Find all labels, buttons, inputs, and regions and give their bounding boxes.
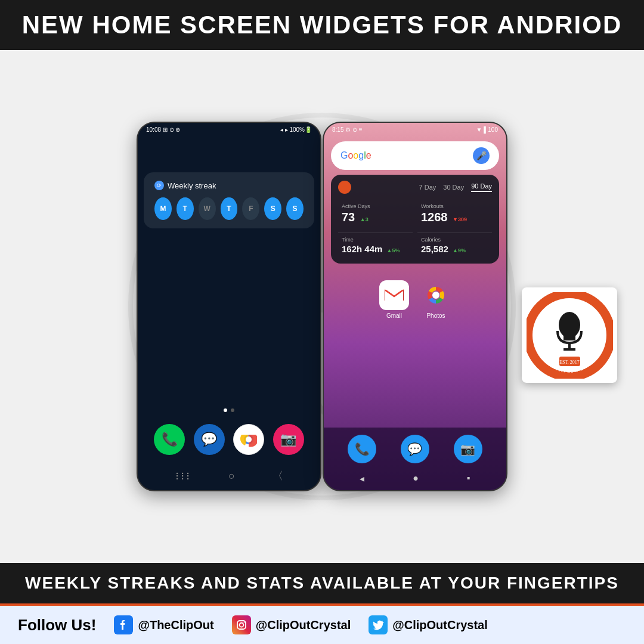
tab-7day[interactable]: 7 Day xyxy=(419,184,436,191)
nav-menu[interactable]: ⫶⫶⫶ xyxy=(175,470,191,482)
google-search-bar[interactable]: Google 🎤 xyxy=(331,141,499,170)
stat-active-days: Active Days 73 ▲3 xyxy=(338,200,413,228)
svg-point-19 xyxy=(243,622,244,623)
right-nav-square[interactable]: ▪ xyxy=(467,473,470,484)
svg-point-9 xyxy=(559,312,580,338)
right-apps-row: Gmail xyxy=(324,268,506,325)
right-bottom-dock: 📞 💬 📷 ◂ ● ▪ xyxy=(324,428,506,490)
widget-tabs: 7 Day 30 Day 90 Day xyxy=(338,181,492,194)
day-S1: S xyxy=(264,197,281,220)
svg-point-2 xyxy=(246,436,252,442)
right-nav-back[interactable]: ◂ xyxy=(360,473,364,484)
nav-bar-left: ⫶⫶⫶ ○ 〈 xyxy=(138,464,320,490)
rdock-messages[interactable]: 💬 xyxy=(401,435,429,463)
status-bar-right: 8:15 ⚙ ⊙ ≡ ▼ ▌100 xyxy=(324,123,506,137)
follow-us-label: Follow Us! xyxy=(18,616,96,634)
battery-left: ◂ ▸ 100%🔋 xyxy=(280,126,312,133)
day-S2: S xyxy=(286,197,304,220)
stats-grid: Active Days 73 ▲3 Workouts 1268 ▼309 Tim… xyxy=(338,200,492,258)
svg-rect-10 xyxy=(564,336,575,340)
gmail-icon xyxy=(379,280,409,310)
streak-title-text: Weekly streak xyxy=(168,181,216,190)
instagram-icon xyxy=(232,615,251,634)
app-phone[interactable]: 📞 xyxy=(154,424,185,455)
stat-label-active: Active Days xyxy=(342,203,409,209)
stat-time: Time 162h 44m ▲5% xyxy=(338,233,413,258)
stat-change-workouts: ▼309 xyxy=(453,216,467,222)
phone-left: 10:08 ⊞ ⊙ ⊕ ◂ ▸ 100%🔋 ⟳ Weekly streak M … xyxy=(137,122,321,491)
social-facebook: @TheClipOut xyxy=(114,615,213,634)
stat-label-time: Time xyxy=(342,237,409,243)
app-gmail[interactable]: Gmail xyxy=(379,280,409,319)
nav-home[interactable]: ○ xyxy=(228,470,235,482)
page-container: NEW HOME SCREEN WIDGETS FOR ANDRIOD HI P… xyxy=(0,0,644,644)
stat-change-calories: ▲9% xyxy=(453,247,466,253)
streak-days: M T W T F S S xyxy=(154,197,304,220)
day-T2: T xyxy=(221,197,238,220)
time-left: 10:08 ⊞ ⊙ ⊕ xyxy=(146,126,180,133)
stat-calories: Calories 25,582 ▲9% xyxy=(417,233,492,258)
stat-val-calories: 25,582 ▲9% xyxy=(421,244,488,254)
top-banner-text: NEW HOME SCREEN WIDGETS FOR ANDRIOD xyxy=(22,11,622,39)
twitter-icon xyxy=(369,615,388,634)
subtitle-text: WEEKLY STREAKS AND STATS AVAILABLE AT YO… xyxy=(25,574,619,592)
top-banner: NEW HOME SCREEN WIDGETS FOR ANDRIOD xyxy=(0,0,644,50)
day-W: W xyxy=(199,197,216,220)
battery-right: ▼ ▌100 xyxy=(476,126,498,133)
streak-title: ⟳ Weekly streak xyxy=(154,181,304,190)
phone-left-bottom: 📞 💬 📷 xyxy=(138,402,320,490)
stat-change-time: ▲5% xyxy=(387,247,400,253)
logo-badge: THE CLIP OUT A PELOTON FAN PODCAST EST. … xyxy=(522,287,617,383)
rdock-phone[interactable]: 📞 xyxy=(348,435,376,463)
nav-back[interactable]: 〈 xyxy=(273,469,283,483)
dot-inactive xyxy=(231,408,234,412)
right-nav: ◂ ● ▪ xyxy=(324,469,506,490)
phones-container: 10:08 ⊞ ⊙ ⊕ ◂ ▸ 100%🔋 ⟳ Weekly streak M … xyxy=(137,122,507,491)
right-nav-home[interactable]: ● xyxy=(413,473,419,484)
facebook-icon xyxy=(114,615,133,634)
social-twitter: @ClipOutCrystal xyxy=(369,615,488,634)
photos-icon xyxy=(421,280,451,310)
app-camera[interactable]: 📷 xyxy=(273,424,304,455)
google-logo: Google xyxy=(340,150,371,161)
peloton-widget: 7 Day 30 Day 90 Day Active Days 73 ▲3 Wo… xyxy=(331,175,499,264)
peloton-logo xyxy=(338,181,351,194)
stat-val-active: 73 ▲3 xyxy=(342,210,409,224)
streak-widget: ⟳ Weekly streak M T W T F S S xyxy=(144,172,314,228)
tab-90day[interactable]: 90 Day xyxy=(471,182,492,192)
app-messages[interactable]: 💬 xyxy=(194,424,225,455)
stat-workouts: Workouts 1268 ▼309 xyxy=(417,200,492,228)
status-bar-left: 10:08 ⊞ ⊙ ⊕ ◂ ▸ 100%🔋 xyxy=(138,123,320,137)
photos-label: Photos xyxy=(426,312,445,319)
app-photos[interactable]: Photos xyxy=(421,280,451,319)
svg-point-18 xyxy=(239,623,243,627)
day-T1: T xyxy=(177,197,194,220)
stat-label-workouts: Workouts xyxy=(421,203,488,209)
instagram-handle: @ClipOutCrystal xyxy=(256,618,351,632)
phone-right: 8:15 ⚙ ⊙ ≡ ▼ ▌100 Google 🎤 7 Day 30 Day xyxy=(323,122,507,491)
day-F: F xyxy=(242,197,259,220)
right-dock-icons: 📞 💬 📷 xyxy=(324,428,506,469)
tab-30day[interactable]: 30 Day xyxy=(443,184,464,191)
svg-point-5 xyxy=(432,292,439,299)
social-instagram: @ClipOutCrystal xyxy=(232,615,351,634)
streak-icon: ⟳ xyxy=(154,181,164,190)
app-chrome[interactable] xyxy=(233,424,264,455)
google-mic-icon[interactable]: 🎤 xyxy=(473,147,490,164)
svg-text:EST. 2017: EST. 2017 xyxy=(559,360,580,365)
dot-active xyxy=(224,408,227,412)
dock-apps: 📞 💬 📷 xyxy=(138,418,320,464)
stat-val-workouts: 1268 ▼309 xyxy=(421,210,488,224)
time-right: 8:15 ⚙ ⊙ ≡ xyxy=(332,126,363,133)
gmail-label: Gmail xyxy=(386,312,402,319)
footer: Follow Us! @TheClipOut @ClipOutCrystal xyxy=(0,603,644,644)
day-M: M xyxy=(154,197,172,220)
twitter-handle: @ClipOutCrystal xyxy=(392,618,488,632)
clip-out-logo: THE CLIP OUT A PELOTON FAN PODCAST EST. … xyxy=(527,292,613,379)
facebook-handle: @TheClipOut xyxy=(138,618,213,632)
stat-change-active: ▲3 xyxy=(360,216,369,222)
page-dots xyxy=(138,402,320,418)
main-content: HI PELOTON FAN PODCAST 10:08 ⊞ ⊙ ⊕ ◂ ▸ 1… xyxy=(0,50,644,563)
stat-val-time: 162h 44m ▲5% xyxy=(342,244,409,254)
rdock-camera[interactable]: 📷 xyxy=(454,435,482,463)
